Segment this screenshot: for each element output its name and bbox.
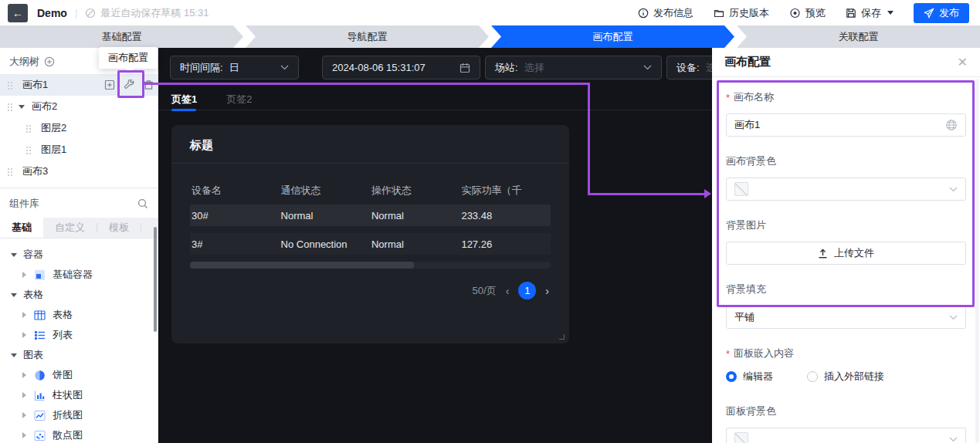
cell-comm-status: Normal: [281, 210, 371, 222]
outline-item-layer2[interactable]: 图层2: [0, 117, 158, 139]
field-canvas-name: 画布名称 画布1: [726, 90, 966, 137]
left-sidebar: 大纲树 画布1 画布2: [0, 48, 158, 443]
drag-handle-icon[interactable]: [7, 81, 12, 90]
device-placeholder: 选择: [706, 61, 712, 75]
publish-info-button[interactable]: 发布信息: [638, 6, 693, 20]
tab-basic[interactable]: 基础: [0, 218, 43, 238]
table-row[interactable]: 3# No Connection Normal 127.26: [190, 233, 551, 255]
station-select[interactable]: 场站: 选择: [485, 56, 662, 79]
calendar-icon: [459, 63, 470, 73]
step-label: 基础配置: [102, 30, 142, 44]
publish-label: 发布: [939, 6, 959, 20]
paper-plane-icon: [924, 8, 934, 19]
group-container[interactable]: 容器: [0, 245, 158, 265]
horizontal-scrollbar[interactable]: [190, 262, 551, 269]
table-widget-card[interactable]: 标题 设备名 通信状态 操作状态 实际功率（千 30# Normal Norma…: [171, 125, 569, 343]
chevron-right-icon: [22, 432, 26, 438]
prev-page-icon[interactable]: ‹: [506, 285, 510, 297]
column-header: 实际功率（千: [461, 184, 551, 198]
scrollbar-thumb[interactable]: [190, 262, 414, 269]
close-icon[interactable]: ✕: [958, 55, 968, 69]
drag-handle-icon[interactable]: [25, 124, 31, 133]
component-table[interactable]: 表格: [0, 305, 158, 325]
component-scatter-chart[interactable]: 散点图: [0, 425, 158, 443]
group-table[interactable]: 表格: [0, 285, 158, 305]
step-nav-config[interactable]: 导航配置: [246, 25, 489, 48]
page-tab-label: 页签1: [171, 93, 197, 107]
radio-editor[interactable]: 编辑器: [726, 370, 773, 384]
device-table: 设备名 通信状态 操作状态 实际功率（千 30# Normal Normal 2…: [171, 184, 569, 299]
page-tab-label: 页签2: [226, 93, 252, 107]
canvas-name-input[interactable]: 画布1: [726, 113, 966, 137]
trash-icon[interactable]: [144, 79, 154, 90]
sidebar-scrollbar[interactable]: [154, 227, 157, 332]
group-chart[interactable]: 图表: [0, 345, 158, 365]
component-basic-container[interactable]: 基础容器: [0, 265, 158, 285]
outline-item-canvas3[interactable]: 画布3: [0, 161, 158, 182]
component-label: 散点图: [53, 428, 83, 442]
outline-item-layer1[interactable]: 图层1: [0, 139, 158, 161]
add-circle-icon[interactable]: [44, 56, 55, 67]
canvas-bg-color-select[interactable]: [726, 178, 966, 201]
component-line-chart[interactable]: 折线图: [0, 405, 158, 425]
tab-template[interactable]: 模板: [97, 218, 141, 238]
step-canvas-config[interactable]: 画布配置: [491, 25, 734, 48]
panel-bg-color-select[interactable]: [726, 428, 966, 443]
header-divider: |: [75, 7, 77, 19]
group-label: 容器: [23, 248, 43, 262]
color-swatch: [734, 432, 748, 443]
resize-handle[interactable]: [559, 334, 565, 340]
eye-icon: [789, 8, 801, 19]
add-box-icon[interactable]: [104, 79, 115, 90]
drag-handle-icon[interactable]: [7, 103, 12, 111]
table-row[interactable]: 30# Normal Normal 233.48: [190, 205, 551, 226]
chevron-right-icon: [22, 392, 26, 398]
datetime-picker[interactable]: 2024-08-06 15:31:07: [322, 56, 480, 79]
page-tab-2[interactable]: 页签2: [226, 89, 252, 110]
upload-file-button[interactable]: 上传文件: [726, 242, 966, 265]
history-button[interactable]: 历史版本: [714, 6, 769, 20]
publish-button[interactable]: 发布: [914, 3, 969, 23]
bg-fill-label: 背景填充: [726, 282, 966, 296]
radio-selected-icon[interactable]: [726, 371, 737, 382]
component-bar-chart[interactable]: 柱状图: [0, 385, 158, 405]
widget-title: 标题: [171, 125, 569, 164]
component-list[interactable]: 列表: [0, 325, 158, 345]
chevron-down-icon[interactable]: [19, 105, 25, 109]
outline-item-canvas2[interactable]: 画布2: [0, 96, 158, 117]
step-relation-config[interactable]: 关联配置: [737, 25, 980, 48]
page-tab-1[interactable]: 页签1: [171, 89, 197, 110]
step-basic-config[interactable]: 基础配置: [0, 25, 243, 48]
time-interval-label: 时间间隔:: [180, 61, 223, 75]
radio-unselected-icon[interactable]: [807, 371, 818, 382]
time-interval-select[interactable]: 时间间隔: 日: [170, 56, 299, 79]
page-number-button[interactable]: 1: [518, 282, 536, 299]
bg-fill-value: 平铺: [734, 310, 949, 324]
back-button[interactable]: ←: [8, 4, 28, 22]
chevron-down-icon: [949, 437, 958, 442]
drag-handle-icon[interactable]: [7, 167, 12, 176]
device-select[interactable]: 设备: 选择: [666, 56, 712, 79]
search-icon[interactable]: [137, 198, 148, 209]
config-panel-scrollbar[interactable]: [975, 79, 979, 443]
field-bg-fill: 背景填充 平铺: [726, 282, 966, 329]
outline-item-label: 画布1: [22, 78, 48, 92]
wrench-icon[interactable]: [124, 79, 135, 91]
component-label: 柱状图: [53, 388, 83, 402]
outline-item-label: 图层2: [41, 121, 66, 135]
next-page-icon[interactable]: ›: [545, 285, 549, 297]
outline-item-canvas1[interactable]: 画布1: [0, 74, 158, 96]
component-pie-chart[interactable]: 饼图: [0, 365, 158, 385]
globe-icon[interactable]: [945, 119, 958, 131]
drag-handle-icon[interactable]: [25, 146, 31, 154]
bg-fill-select[interactable]: 平铺: [726, 306, 966, 329]
radio-external-link[interactable]: 插入外部链接: [807, 370, 884, 384]
preview-label: 预览: [805, 6, 826, 20]
tab-custom[interactable]: 自定义: [43, 218, 97, 238]
save-label: 保存: [861, 6, 881, 20]
save-dropdown-caret-icon[interactable]: [887, 11, 894, 15]
preview-button[interactable]: 预览: [789, 6, 826, 20]
field-bg-image: 背景图片 上传文件: [726, 218, 966, 265]
save-button[interactable]: 保存: [846, 6, 894, 20]
canvas-area: 时间间隔: 日 2024-08-06 15:31:07 场站: 选择: [158, 48, 712, 443]
